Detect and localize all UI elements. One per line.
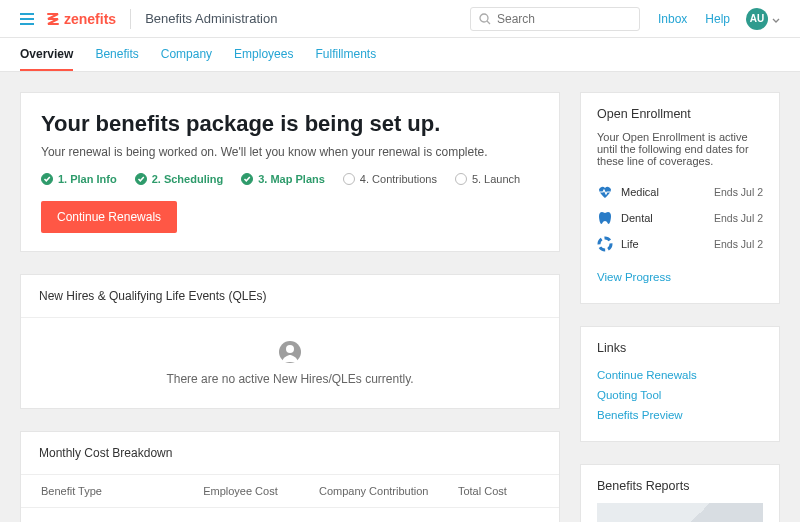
- link-quoting-tool[interactable]: Quoting Tool: [597, 385, 763, 405]
- help-link[interactable]: Help: [705, 12, 730, 26]
- search-icon: [479, 13, 491, 25]
- cost-headers: Benefit Type Employee Cost Company Contr…: [21, 475, 559, 508]
- page-body: Your benefits package is being set up. Y…: [0, 72, 800, 522]
- link-continue-renewals[interactable]: Continue Renewals: [597, 365, 763, 385]
- heart-icon: [597, 184, 613, 200]
- coverage-medical: Medical Ends Jul 2: [597, 179, 763, 205]
- brand-logo[interactable]: zenefits: [46, 11, 116, 27]
- open-enrollment-card: Open Enrollment Your Open Enrollment is …: [580, 92, 780, 304]
- setup-hero-card: Your benefits package is being set up. Y…: [20, 92, 560, 252]
- person-icon: [278, 340, 302, 364]
- reports-title: Benefits Reports: [581, 465, 779, 503]
- topbar: zenefits Benefits Administration Inbox H…: [0, 0, 800, 38]
- main-column: Your benefits package is being set up. Y…: [20, 92, 560, 522]
- sidebar: Open Enrollment Your Open Enrollment is …: [580, 92, 780, 522]
- col-company-contribution: Company Contribution: [319, 485, 458, 497]
- col-benefit-type: Benefit Type: [41, 485, 203, 497]
- svg-point-0: [480, 14, 488, 22]
- tab-fulfillments[interactable]: Fulfillments: [315, 47, 376, 71]
- circle-icon: [343, 173, 355, 185]
- view-progress-link[interactable]: View Progress: [597, 267, 763, 287]
- ring-icon: [597, 236, 613, 252]
- step-plan-info: 1. Plan Info: [41, 173, 117, 185]
- app-title: Benefits Administration: [145, 11, 277, 26]
- links-card: Links Continue Renewals Quoting Tool Ben…: [580, 326, 780, 442]
- qle-empty-text: There are no active New Hires/QLEs curre…: [39, 372, 541, 386]
- divider: [130, 9, 131, 29]
- step-contributions: 4. Contributions: [343, 173, 437, 185]
- tab-benefits[interactable]: Benefits: [95, 47, 138, 71]
- qle-card: New Hires & Qualifying Life Events (QLEs…: [20, 274, 560, 409]
- cost-breakdown-card: Monthly Cost Breakdown Benefit Type Empl…: [20, 431, 560, 522]
- cost-title: Monthly Cost Breakdown: [21, 432, 559, 475]
- search-input[interactable]: [470, 7, 640, 31]
- svg-line-1: [487, 21, 490, 24]
- tab-company[interactable]: Company: [161, 47, 212, 71]
- inbox-link[interactable]: Inbox: [658, 12, 687, 26]
- hero-title: Your benefits package is being set up.: [41, 111, 539, 137]
- circle-icon: [455, 173, 467, 185]
- hero-subtitle: Your renewal is being worked on. We'll l…: [41, 145, 539, 159]
- svg-point-4: [599, 238, 611, 250]
- qle-body: There are no active New Hires/QLEs curre…: [21, 318, 559, 408]
- oe-desc: Your Open Enrollment is active until the…: [597, 131, 763, 167]
- check-icon: [241, 173, 253, 185]
- svg-point-3: [286, 345, 294, 353]
- search-field[interactable]: [497, 12, 631, 26]
- benefits-reports-card: Benefits Reports: [580, 464, 780, 522]
- check-icon: [135, 173, 147, 185]
- oe-title: Open Enrollment: [581, 93, 779, 131]
- step-launch: 5. Launch: [455, 173, 520, 185]
- check-icon: [41, 173, 53, 185]
- col-total-cost: Total Cost: [458, 485, 539, 497]
- avatar[interactable]: AU: [746, 8, 768, 30]
- tabs: Overview Benefits Company Employees Fulf…: [0, 38, 800, 72]
- step-map-plans: 3. Map Plans: [241, 173, 325, 185]
- chevron-down-icon[interactable]: [772, 11, 780, 26]
- reports-image: [597, 503, 763, 522]
- coverage-dental: Dental Ends Jul 2: [597, 205, 763, 231]
- links-title: Links: [581, 327, 779, 365]
- tooth-icon: [597, 210, 613, 226]
- cost-body: $ No costs found.: [21, 508, 559, 522]
- steps-row: 1. Plan Info 2. Scheduling 3. Map Plans …: [41, 173, 539, 185]
- step-scheduling: 2. Scheduling: [135, 173, 224, 185]
- brand-text: zenefits: [64, 11, 116, 27]
- tab-employees[interactable]: Employees: [234, 47, 293, 71]
- col-employee-cost: Employee Cost: [203, 485, 319, 497]
- menu-icon[interactable]: [20, 13, 34, 25]
- link-benefits-preview[interactable]: Benefits Preview: [597, 405, 763, 425]
- continue-renewals-button[interactable]: Continue Renewals: [41, 201, 177, 233]
- tab-overview[interactable]: Overview: [20, 47, 73, 71]
- coverage-list: Medical Ends Jul 2 Dental Ends Jul 2: [597, 179, 763, 257]
- qle-title: New Hires & Qualifying Life Events (QLEs…: [21, 275, 559, 318]
- coverage-life: Life Ends Jul 2: [597, 231, 763, 257]
